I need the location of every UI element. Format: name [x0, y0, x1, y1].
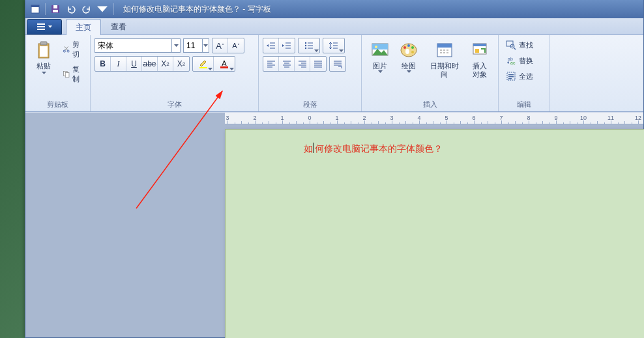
- svg-rect-35: [506, 41, 513, 46]
- svg-rect-22: [372, 44, 388, 49]
- svg-rect-5: [37, 23, 45, 25]
- replace-icon: abac: [506, 55, 516, 66]
- save-icon[interactable]: [48, 2, 63, 16]
- grow-font-button[interactable]: A˄: [212, 38, 228, 53]
- selectall-icon: [506, 71, 516, 81]
- svg-point-29: [405, 49, 409, 54]
- file-menu-button[interactable]: [27, 19, 62, 35]
- group-paragraph: 段落: [259, 35, 362, 111]
- tab-view[interactable]: 查看: [101, 18, 136, 35]
- document-page[interactable]: 如何修改电脑记事本的字体颜色？: [225, 129, 644, 338]
- paste-icon: [33, 40, 54, 61]
- group-editing: 查找 abac 替换 全选 编辑: [499, 35, 549, 111]
- svg-rect-1: [31, 5, 39, 7]
- copy-button[interactable]: 复制: [59, 63, 86, 86]
- highlight-color-button[interactable]: [193, 57, 214, 71]
- svg-rect-15: [199, 67, 207, 68]
- paint-icon: [398, 40, 419, 61]
- replace-button[interactable]: abac 替换: [503, 53, 536, 68]
- svg-rect-31: [437, 44, 452, 48]
- subscript-button[interactable]: X2: [158, 57, 173, 71]
- horizontal-ruler[interactable]: 321012345678910111213: [225, 113, 643, 124]
- copy-icon: [63, 69, 70, 79]
- paragraph-dialog-button[interactable]: [330, 57, 345, 71]
- window-title: 如何修改电脑记事本的字体颜色？ - 写字板: [123, 4, 271, 15]
- svg-rect-41: [508, 76, 514, 77]
- calendar-icon: [434, 40, 455, 61]
- svg-rect-4: [53, 10, 58, 12]
- find-button[interactable]: 查找: [503, 38, 536, 52]
- undo-icon[interactable]: [64, 2, 78, 16]
- title-bar: 如何修改电脑记事本的字体颜色？ - 写字板: [25, 0, 643, 18]
- document-text[interactable]: 如何修改电脑记事本的字体颜色？: [304, 143, 443, 155]
- quick-access-toolbar: [28, 2, 110, 16]
- strikethrough-button[interactable]: abe: [142, 57, 158, 71]
- align-justify-button[interactable]: [310, 57, 326, 71]
- decrease-indent-button[interactable]: [263, 38, 279, 53]
- align-center-button[interactable]: [279, 57, 295, 71]
- bullet-list-button[interactable]: [299, 38, 319, 53]
- font-color-button[interactable]: A: [214, 57, 235, 71]
- svg-rect-7: [37, 29, 45, 30]
- svg-point-28: [411, 51, 414, 53]
- selectall-button[interactable]: 全选: [503, 69, 536, 83]
- svg-point-25: [403, 46, 406, 49]
- svg-point-11: [63, 50, 65, 52]
- workspace: 321012345678910111213 如何修改电脑记事本的字体颜色？: [25, 113, 643, 337]
- underline-button[interactable]: U: [126, 57, 142, 71]
- font-family-dropdown-icon[interactable]: [171, 39, 180, 52]
- group-insert: 图片 绘图 日期和时间 插入 对象 插入: [362, 35, 499, 111]
- align-left-button[interactable]: [263, 57, 279, 71]
- insert-object-button[interactable]: 插入 对象: [465, 38, 494, 81]
- svg-point-26: [407, 44, 410, 47]
- svg-rect-33: [473, 44, 486, 46]
- picture-icon: [370, 40, 390, 61]
- cut-icon: [63, 44, 70, 55]
- bold-button[interactable]: B: [95, 57, 111, 71]
- font-size-input[interactable]: [184, 41, 202, 50]
- svg-point-18: [305, 42, 306, 44]
- align-right-button[interactable]: [295, 57, 310, 71]
- svg-point-20: [305, 48, 306, 49]
- svg-rect-40: [508, 74, 514, 76]
- find-icon: [506, 40, 516, 50]
- cut-button[interactable]: 剪切: [59, 38, 86, 61]
- svg-text:A: A: [222, 59, 227, 67]
- redo-icon[interactable]: [80, 2, 94, 16]
- font-family-input[interactable]: [95, 41, 171, 50]
- insert-picture-button[interactable]: 图片: [366, 38, 394, 75]
- font-size-dropdown-icon[interactable]: [202, 39, 209, 52]
- ribbon: 粘贴 剪切 复制: [25, 35, 643, 112]
- qat-customize-icon[interactable]: [95, 2, 110, 16]
- font-family-combo[interactable]: [95, 38, 181, 53]
- group-clipboard: 粘贴 剪切 复制: [25, 35, 91, 111]
- wordpad-window: 如何修改电脑记事本的字体颜色？ - 写字板 主页 查看 粘贴: [25, 0, 644, 338]
- group-font: A˄ A˅ B I U abe X2 X2: [91, 35, 259, 111]
- svg-point-19: [305, 45, 306, 46]
- superscript-button[interactable]: X2: [173, 57, 189, 71]
- svg-rect-42: [508, 78, 512, 79]
- svg-rect-3: [53, 5, 57, 8]
- paste-button[interactable]: 粘贴: [29, 38, 58, 76]
- svg-point-23: [375, 46, 377, 48]
- svg-rect-10: [40, 46, 48, 57]
- svg-text:ac: ac: [510, 61, 516, 65]
- svg-point-27: [411, 46, 414, 49]
- ribbon-tabs: 主页 查看: [25, 18, 643, 35]
- svg-rect-14: [65, 73, 69, 77]
- app-menu-icon[interactable]: [28, 2, 42, 16]
- svg-rect-6: [37, 26, 45, 27]
- text-caret: [314, 143, 314, 153]
- font-size-combo[interactable]: [183, 38, 209, 53]
- insert-paint-button[interactable]: 绘图: [394, 38, 423, 75]
- italic-button[interactable]: I: [111, 57, 126, 71]
- object-icon: [469, 40, 490, 61]
- svg-rect-34: [475, 49, 479, 53]
- svg-point-12: [67, 50, 69, 52]
- svg-rect-9: [40, 42, 47, 45]
- tab-home[interactable]: 主页: [66, 19, 101, 35]
- increase-indent-button[interactable]: [279, 38, 295, 53]
- shrink-font-button[interactable]: A˅: [228, 38, 244, 53]
- insert-datetime-button[interactable]: 日期和时间: [423, 38, 465, 81]
- line-spacing-button[interactable]: [323, 38, 344, 53]
